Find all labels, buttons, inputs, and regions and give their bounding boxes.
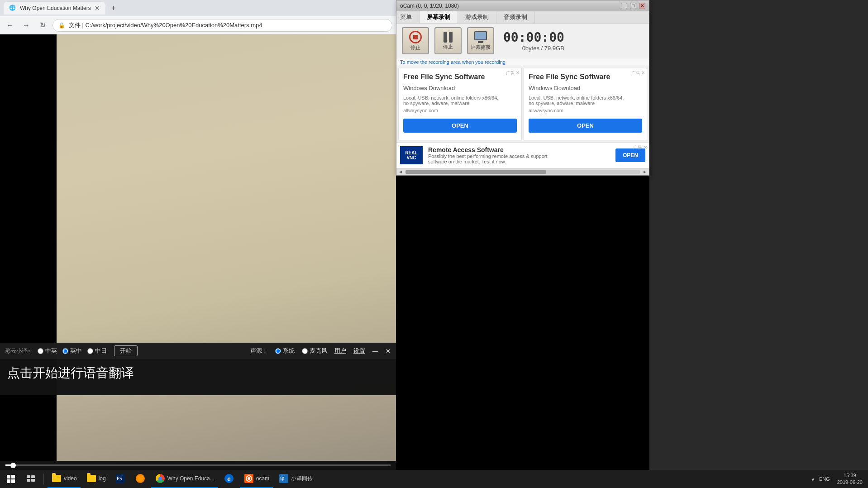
ocam-tab-screen-record[interactable]: 屏幕录制 <box>420 11 458 23</box>
systray-eng[interactable]: ENG <box>817 476 832 482</box>
new-tab-button[interactable]: + <box>107 2 120 14</box>
taskbar-log-label: log <box>99 475 106 482</box>
source-label: 声源： <box>250 347 268 355</box>
ocam-tab-game-record[interactable]: 游戏录制 <box>458 11 496 23</box>
pause-bar-1 <box>444 32 447 43</box>
ad1-url: allwaysync.com <box>403 108 517 113</box>
ocam-status-bar: To move the recording area when you reco… <box>396 58 649 66</box>
folder-log-icon <box>86 473 97 484</box>
ad-close-2[interactable]: ✕ <box>641 70 645 77</box>
edge-icon: e <box>224 473 234 484</box>
powershell-icon: PS <box>115 473 126 484</box>
user-link[interactable]: 用户 <box>334 347 346 355</box>
radio-english-chinese[interactable]: 英中 <box>62 347 82 355</box>
pause-icon <box>444 32 453 43</box>
svg-point-8 <box>248 477 250 480</box>
clock-date: 2019-06-20 <box>837 479 863 486</box>
ad2-title: Free File Sync Software <box>529 73 642 81</box>
ad-corner-1: 广告 ✕ <box>506 70 520 77</box>
taskbar-firefox[interactable] <box>131 470 149 488</box>
reload-button[interactable]: ↻ <box>36 19 49 32</box>
ocam-minimize-btn[interactable]: _ <box>621 3 627 9</box>
start-button[interactable] <box>2 470 20 488</box>
pause-bar-2 <box>449 32 453 43</box>
task-view-icon <box>25 473 36 484</box>
ocam-pause-btn[interactable]: 停止 <box>434 27 462 54</box>
svg-text:PS: PS <box>117 476 122 481</box>
scroll-right-btn[interactable]: ► <box>641 169 649 174</box>
tab-bar: 🌐 Why Open Education Matters ✕ + <box>0 0 396 16</box>
taskbar-file-explorer-video[interactable]: video <box>48 470 81 488</box>
ocam-tab-bar: 菜单 屏幕录制 游戏录制 音频录制 <box>396 11 649 24</box>
svg-rect-3 <box>31 479 35 482</box>
progress-bar[interactable] <box>5 464 391 466</box>
ad1-subtitle: Windows Download <box>403 85 517 91</box>
ocam-titlebar: oCam (0, 0, 1920, 1080) _ □ ✕ <box>396 0 649 11</box>
windows-logo-icon <box>7 475 15 483</box>
realvnc-title: Remote Access Software <box>428 146 610 153</box>
taskbar-video-label: video <box>64 475 77 482</box>
ad-close-1[interactable]: ✕ <box>516 70 520 77</box>
taskbar-xiaoyitongchuan-label: 小译同传 <box>291 475 313 483</box>
video-area[interactable] <box>0 34 396 461</box>
taskbar-edge[interactable]: e <box>220 470 238 488</box>
taskbar-ocam[interactable]: ocam <box>240 470 273 488</box>
subtitle-minimize-btn[interactable]: — <box>372 348 378 354</box>
radio-system-audio[interactable]: 系统 <box>275 347 295 355</box>
ocam-tab-audio-record[interactable]: 音频录制 <box>496 11 535 23</box>
xiaoyitongchuan-icon: 译 <box>278 473 289 484</box>
address-bar: ← → ↻ 🔒 文件 | C:/work/project/video/Why%2… <box>0 16 396 34</box>
realvnc-text: Remote Access Software Possibly the best… <box>428 146 610 164</box>
ocam-time: 00:00:00 <box>503 30 564 45</box>
realvnc-logo-text2: VNC <box>406 155 416 160</box>
monitor-stand-icon <box>478 41 483 43</box>
ads-container: 广告 ✕ Free File Sync Software Windows Dow… <box>396 66 649 142</box>
subtitle-main-text: 点击开始进行语音翻译 <box>7 366 134 380</box>
ocam-storage: 0bytes / 79.9GB <box>522 45 564 52</box>
ad-corner-2: 广告 ✕ <box>631 70 645 77</box>
video-black-left <box>0 34 57 461</box>
task-view-button[interactable] <box>22 470 40 488</box>
taskbar-separator-1 <box>43 474 44 484</box>
browser-window: 🌐 Why Open Education Matters ✕ + ← → ↻ 🔒… <box>0 0 396 34</box>
ad-flag-1: 广告 <box>506 70 515 77</box>
ocam-taskbar-icon <box>243 473 254 484</box>
taskbar-chrome[interactable]: Why Open Educa... <box>151 470 218 488</box>
clock-display[interactable]: 15:39 2019-06-20 <box>834 472 866 486</box>
address-input[interactable]: 🔒 文件 | C:/work/project/video/Why%20Open%… <box>52 19 392 32</box>
folder-video-icon <box>51 473 62 484</box>
back-button[interactable]: ← <box>4 19 16 32</box>
subtitle-close-btn[interactable]: ✕ <box>386 348 391 354</box>
subtitle-start-button[interactable]: 开始 <box>114 345 138 356</box>
settings-link[interactable]: 设置 <box>353 347 365 355</box>
ocam-maximize-btn[interactable]: □ <box>630 3 636 9</box>
taskbar-chrome-label: Why Open Educa... <box>167 475 215 482</box>
radio-chinese-japanese[interactable]: 中日 <box>87 347 107 355</box>
ad1-open-button[interactable]: OPEN <box>403 119 517 133</box>
subtitle-radio-group: 中英 英中 中日 <box>38 347 107 355</box>
realvnc-logo: REAL VNC <box>400 146 423 164</box>
taskbar-file-explorer-log[interactable]: log <box>82 470 110 488</box>
ocam-close-btn[interactable]: ✕ <box>639 3 645 9</box>
scrollbar-track[interactable] <box>405 170 640 174</box>
taskbar-powershell[interactable]: PS <box>111 470 129 488</box>
scroll-left-btn[interactable]: ◄ <box>396 169 405 174</box>
ocam-tab-menu[interactable]: 菜单 <box>396 11 420 23</box>
ocam-stop-btn[interactable]: 停止 <box>402 27 429 54</box>
taskbar-xiaoyitongchuan[interactable]: 译 小译同传 <box>275 470 316 488</box>
ocam-screen-capture-btn[interactable]: 屏幕捕获 <box>467 27 494 54</box>
ocam-scrollbar[interactable]: ◄ ► <box>396 168 649 175</box>
radio-chinese-english[interactable]: 中英 <box>38 347 57 355</box>
clock-time: 15:39 <box>837 472 863 479</box>
realvnc-ad-flag: 广告 ✕ <box>633 145 647 150</box>
tab-close-btn[interactable]: ✕ <box>95 5 100 12</box>
active-tab[interactable]: 🌐 Why Open Education Matters ✕ <box>4 2 105 14</box>
stop-circle-icon <box>409 31 422 43</box>
radio-microphone[interactable]: 麦克风 <box>302 347 327 355</box>
ad2-open-button[interactable]: OPEN <box>529 119 642 133</box>
tab-title: Why Open Education Matters <box>20 5 91 11</box>
screen-btn-label: 屏幕捕获 <box>471 44 491 51</box>
forward-button[interactable]: → <box>20 19 33 32</box>
systray-expand-btn[interactable]: ∧ <box>811 477 816 482</box>
taskbar-ocam-label: ocam <box>256 475 269 482</box>
